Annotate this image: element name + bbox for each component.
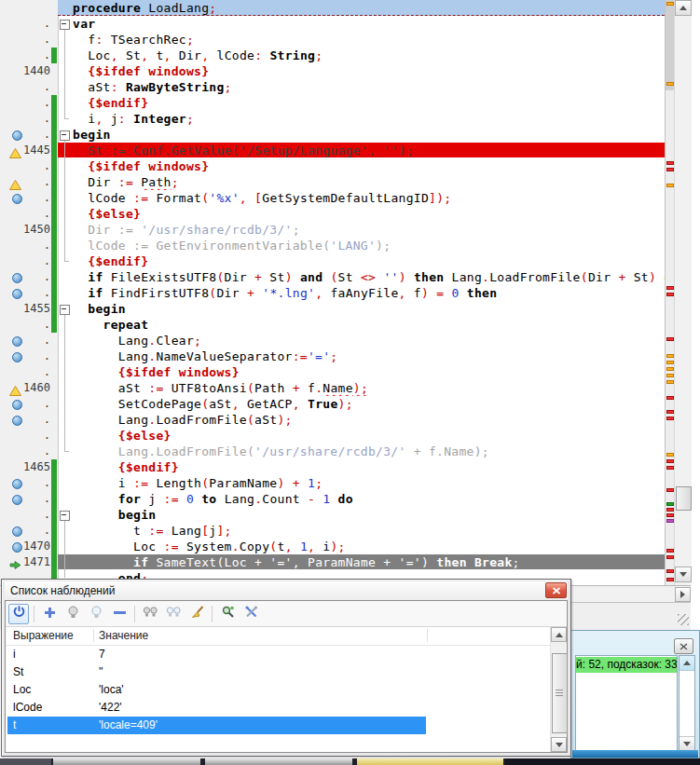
- code-line[interactable]: 1455 begin: [0, 301, 665, 317]
- line-marker-dot[interactable]: .: [0, 79, 50, 95]
- column-header-value[interactable]: Значение: [99, 627, 148, 645]
- code-line[interactable]: procedure LoadLang;: [0, 0, 665, 16]
- code-line[interactable]: . Dir := Path;: [0, 174, 665, 190]
- issue-mark[interactable]: [666, 555, 674, 559]
- watch-row[interactable]: St'': [6, 663, 550, 681]
- line-number[interactable]: 1455: [0, 301, 50, 317]
- line-marker-dot[interactable]: .: [0, 48, 50, 63]
- code-fold-box[interactable]: [60, 305, 70, 315]
- hint-dot-icon[interactable]: [12, 400, 22, 410]
- warning-triangle-icon[interactable]: [9, 177, 22, 188]
- power-button[interactable]: [8, 604, 29, 624]
- line-marker-dot[interactable]: .: [0, 238, 50, 253]
- watch-title-bar[interactable]: Список наблюдений: [5, 581, 568, 600]
- line-marker-dot[interactable]: .: [0, 364, 50, 380]
- add-button[interactable]: [39, 604, 60, 624]
- watch-row[interactable]: Loc'loca': [6, 681, 550, 699]
- watch-close-button[interactable]: [545, 582, 567, 598]
- execution-arrow-icon[interactable]: [9, 557, 22, 568]
- code-line[interactable]: . i, j: Integer;: [0, 111, 665, 127]
- line-marker-dot[interactable]: .: [0, 523, 50, 539]
- code-line[interactable]: . {$else}: [0, 428, 665, 444]
- scroll-down-button[interactable]: [675, 567, 692, 582]
- messages-close-button[interactable]: [674, 638, 693, 654]
- code-line[interactable]: . for j := 0 to Lang.Count - 1 do: [0, 491, 665, 507]
- column-separator[interactable]: [427, 629, 428, 642]
- line-marker-dot[interactable]: .: [0, 412, 50, 428]
- hint-dot-icon[interactable]: [12, 194, 22, 204]
- code-line[interactable]: .begin: [0, 127, 665, 143]
- code-line[interactable]: 1460 aSt := UTF8toAnsi(Path + f.Name);: [0, 380, 665, 396]
- hint-dot-icon[interactable]: [12, 495, 22, 505]
- code-line[interactable]: . {$ifdef windows}: [0, 158, 665, 174]
- line-number[interactable]: 1465: [0, 459, 50, 475]
- code-fold-box[interactable]: [60, 511, 70, 521]
- messages-scrollbar[interactable]: [679, 655, 695, 752]
- issue-mark[interactable]: [666, 161, 674, 165]
- enable-button[interactable]: [62, 604, 83, 624]
- issue-mark[interactable]: [666, 380, 674, 384]
- line-marker-dot[interactable]: .: [0, 285, 50, 301]
- line-marker-dot[interactable]: .: [0, 396, 50, 412]
- scroll-down-button[interactable]: [679, 736, 694, 751]
- code-line[interactable]: . if FindFirstUTF8(Dir + '*.lng', faAnyF…: [0, 285, 665, 301]
- issue-mark[interactable]: [666, 354, 674, 358]
- line-marker-dot[interactable]: .: [0, 206, 50, 222]
- code-line[interactable]: 1445 St := Conf.GetValue('/Setup/Languag…: [0, 143, 665, 158]
- scroll-up-button[interactable]: [551, 627, 567, 642]
- disable-all-button[interactable]: [163, 604, 184, 624]
- code-line[interactable]: . if FileExistsUTF8(Dir + St) and (St <>…: [0, 269, 665, 285]
- issue-mark[interactable]: [666, 513, 674, 517]
- issue-mark[interactable]: [666, 549, 674, 553]
- column-header-expression[interactable]: Выражение: [13, 627, 74, 645]
- code-line[interactable]: . aSt: RawByteString;: [0, 79, 665, 95]
- hint-dot-icon[interactable]: [12, 273, 22, 283]
- issue-mark[interactable]: [666, 293, 674, 296]
- vertical-scroll-thumb[interactable]: [676, 486, 692, 511]
- code-line[interactable]: 1465 {$endif}: [0, 459, 665, 475]
- line-marker-dot[interactable]: .: [0, 444, 50, 459]
- line-marker-dot[interactable]: .: [0, 428, 50, 444]
- code-line[interactable]: 1450 Dir := '/usr/share/rcdb/3/';: [0, 222, 665, 238]
- issue-mark[interactable]: [666, 396, 674, 400]
- line-number[interactable]: 1445: [0, 143, 50, 158]
- line-marker-dot[interactable]: .: [0, 174, 50, 190]
- hint-dot-icon[interactable]: [12, 352, 22, 362]
- issue-mark[interactable]: [666, 459, 674, 463]
- code-line[interactable]: . Lang.Clear;: [0, 333, 665, 348]
- line-number[interactable]: 1460: [0, 380, 50, 396]
- code-line[interactable]: . Lang.NameValueSeparator:='=';: [0, 348, 665, 364]
- editor-vertical-scrollbar[interactable]: [674, 0, 692, 586]
- code-line[interactable]: . begin: [0, 507, 665, 523]
- properties-button[interactable]: [240, 604, 261, 624]
- code-line[interactable]: . lCode := GetEnvironmentVariable('LANG'…: [0, 238, 665, 253]
- line-marker-dot[interactable]: .: [0, 127, 50, 143]
- issue-mark[interactable]: [666, 82, 674, 86]
- issue-mark[interactable]: [666, 466, 674, 470]
- watch-scroll-thumb[interactable]: [552, 653, 568, 733]
- issue-mark[interactable]: [666, 508, 674, 512]
- watch-rows[interactable]: i7St''Loc'loca'lCode'422't'locale=409': [6, 646, 550, 752]
- messages-window[interactable]: ений: 52, подсказок: 33: [570, 630, 700, 758]
- code-fold-box[interactable]: [60, 20, 70, 30]
- inspect-button[interactable]: [217, 604, 238, 624]
- taskbar-button[interactable]: [53, 758, 200, 765]
- hint-dot-icon[interactable]: [12, 289, 22, 299]
- line-marker-dot[interactable]: .: [0, 253, 50, 269]
- issue-mark[interactable]: [666, 453, 674, 457]
- watch-list-window[interactable]: Список наблюдений Выражение Значение i7S…: [1, 579, 571, 757]
- issue-mark[interactable]: [666, 367, 674, 371]
- watch-scrollbar[interactable]: [550, 627, 567, 752]
- scroll-down-button[interactable]: [551, 737, 567, 752]
- scroll-up-button[interactable]: [675, 0, 692, 16]
- code-line[interactable]: . Loc, St, t, Dir, lCode: String;: [0, 48, 665, 63]
- resize-grip[interactable]: [678, 614, 689, 625]
- watch-list-header[interactable]: Выражение Значение: [6, 627, 550, 646]
- code-line[interactable]: . {$endif}: [0, 95, 665, 111]
- line-marker-dot[interactable]: .: [0, 475, 50, 491]
- hint-dot-icon[interactable]: [12, 416, 22, 426]
- code-line[interactable]: . {$else}: [0, 206, 665, 222]
- disable-button[interactable]: [86, 604, 106, 624]
- hint-dot-icon[interactable]: [12, 336, 22, 347]
- line-marker-dot[interactable]: .: [0, 348, 50, 364]
